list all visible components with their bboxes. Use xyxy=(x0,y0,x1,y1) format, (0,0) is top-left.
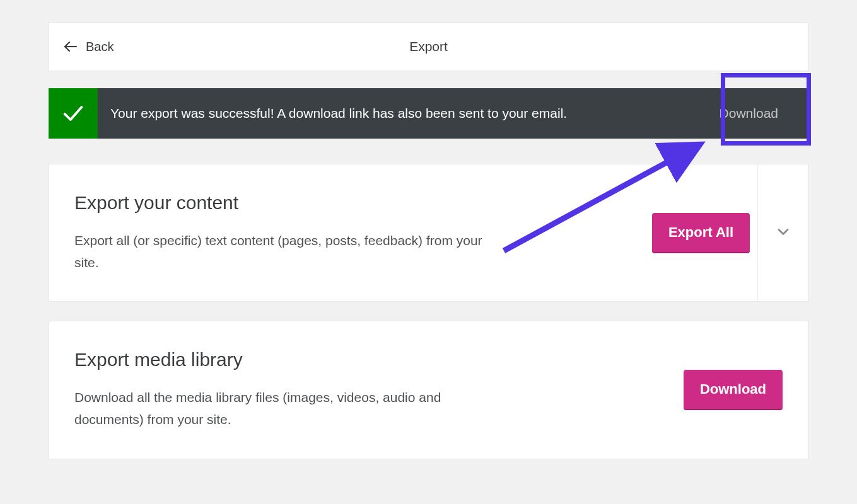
page-title: Export xyxy=(409,39,448,54)
export-media-card: Export media library Download all the me… xyxy=(49,321,808,459)
check-icon xyxy=(49,88,98,139)
chevron-down-icon xyxy=(774,223,792,243)
export-media-title: Export media library xyxy=(74,349,658,370)
arrow-left-icon xyxy=(63,39,78,54)
download-media-button[interactable]: Download xyxy=(684,370,783,410)
success-notification: Your export was successful! A download l… xyxy=(49,88,808,139)
back-button[interactable]: Back xyxy=(63,39,114,54)
back-label: Back xyxy=(86,40,114,54)
export-all-button[interactable]: Export All xyxy=(652,213,750,253)
export-content-title: Export your content xyxy=(74,192,627,214)
notification-download-link[interactable]: Download xyxy=(707,106,808,121)
export-content-card: Export your content Export all (or speci… xyxy=(49,164,808,302)
notification-message: Your export was successful! A download l… xyxy=(98,106,707,121)
export-media-description: Download all the media library files (im… xyxy=(74,387,491,430)
export-content-description: Export all (or specific) text content (p… xyxy=(74,230,491,273)
page-header: Back Export xyxy=(49,22,808,71)
expand-toggle[interactable] xyxy=(757,164,808,301)
